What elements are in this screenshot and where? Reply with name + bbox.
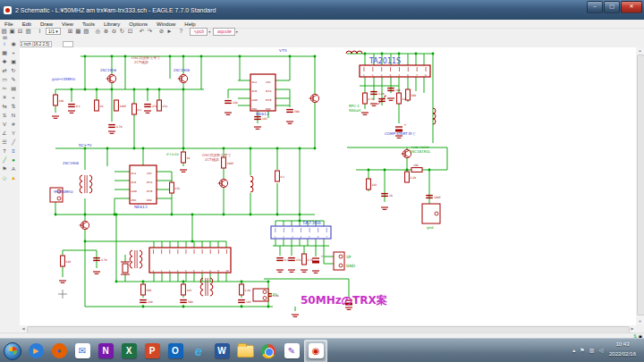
word-icon[interactable]: W: [211, 341, 233, 362]
menu-draw[interactable]: Draw: [36, 21, 57, 27]
pinswap-tool[interactable]: ⇆: [0, 102, 9, 111]
schematic-canvas[interactable]: 10K1K100P0.147u4.7K2205601032.2K10K1K100…: [20, 47, 636, 325]
redo-icon[interactable]: ↷: [146, 28, 154, 35]
menu-file[interactable]: File: [0, 21, 18, 27]
net-tool[interactable]: ╱: [0, 156, 9, 164]
smash-tool[interactable]: #: [9, 120, 18, 129]
move-tool[interactable]: ✚: [0, 57, 9, 66]
help-icon[interactable]: ?: [177, 28, 185, 35]
grid-icon[interactable]: ⊞: [66, 28, 74, 35]
pen-icon[interactable]: ✎: [281, 341, 302, 362]
media-player-icon[interactable]: ▶: [25, 341, 47, 362]
value-tool[interactable]: V: [0, 120, 9, 129]
eagle-icon[interactable]: ◉: [304, 340, 327, 362]
svg-text:10K: 10K: [413, 164, 419, 167]
menu-library[interactable]: Library: [99, 21, 124, 27]
scroll-left-arrow[interactable]: ◀: [20, 325, 27, 333]
svg-text:0.1: 0.1: [281, 175, 285, 179]
replace-tool[interactable]: ⇅: [9, 102, 18, 111]
rotate-tool[interactable]: ↻: [9, 66, 18, 75]
gateswap-tool[interactable]: S: [0, 111, 9, 120]
network-icon[interactable]: ▥: [589, 347, 595, 353]
tray-expand-icon[interactable]: ▴: [572, 347, 575, 353]
command-input[interactable]: [63, 41, 73, 47]
save-icon[interactable]: ▣: [8, 28, 16, 35]
menu-edit[interactable]: Edit: [18, 21, 36, 27]
dimension-tool[interactable]: ◇: [0, 173, 9, 182]
delete-tool[interactable]: ✕: [0, 93, 9, 102]
schematic-drawing[interactable]: 10K1K100P0.147u4.7K2205601032.2K10K1K100…: [20, 47, 636, 325]
show-tool[interactable]: ◉: [9, 39, 18, 48]
scroll-right-arrow[interactable]: ▶: [629, 325, 636, 333]
text-tool[interactable]: T: [0, 147, 9, 156]
display-layers-icon[interactable]: ▧: [82, 28, 90, 35]
vertical-scrollbar[interactable]: ▲ ▼: [636, 47, 644, 325]
maximize-button[interactable]: ▢: [604, 1, 620, 13]
action-center-flag-icon[interactable]: ⚑: [580, 347, 584, 353]
miter-tool[interactable]: ∠: [0, 129, 9, 138]
svg-text:OT-B: OT-B: [266, 98, 272, 102]
zoom-fit-icon[interactable]: ◎: [94, 28, 102, 35]
mail-icon[interactable]: ✉: [72, 341, 93, 362]
print-icon[interactable]: ⊟: [16, 28, 24, 35]
zoom-combo[interactable]: 1/1 ▾: [46, 28, 61, 35]
split-tool[interactable]: Y: [9, 129, 18, 138]
explorer-icon: [237, 345, 254, 358]
change-tool[interactable]: ✎: [9, 75, 18, 84]
display-tool[interactable]: ▦: [0, 48, 9, 57]
invoke-tool[interactable]: ☰: [0, 138, 9, 147]
onenote-icon[interactable]: N: [95, 341, 116, 362]
stop-icon[interactable]: ⊘: [157, 28, 165, 35]
wire-tool[interactable]: ╱: [9, 138, 18, 147]
minimize-button[interactable]: –: [587, 1, 603, 13]
scroll-down-arrow[interactable]: ▼: [636, 318, 644, 325]
zoom-select-icon[interactable]: ⊡: [126, 28, 134, 35]
menu-view[interactable]: View: [57, 21, 78, 27]
erc-warning[interactable]: ▲: [9, 173, 18, 182]
powerpoint-icon[interactable]: P: [141, 341, 163, 362]
mirror-tool[interactable]: ⇄: [0, 66, 9, 75]
mark-tool[interactable]: +: [9, 48, 18, 57]
svg-text:0.1: 0.1: [138, 108, 142, 112]
zoom-out-icon[interactable]: ⊖: [110, 28, 118, 35]
open-icon[interactable]: ▨: [0, 28, 8, 35]
attribute-tool[interactable]: A: [9, 164, 18, 173]
menu-window[interactable]: Window: [152, 21, 180, 27]
zoom-in-icon[interactable]: ⊕: [102, 28, 110, 35]
export-icon[interactable]: ▥: [24, 28, 32, 35]
dropdown[interactable]: ▾: [236, 29, 238, 34]
undo-icon[interactable]: ↶: [138, 28, 146, 35]
label-tool[interactable]: ⚑: [0, 164, 9, 173]
menu-help[interactable]: Help: [180, 21, 199, 27]
menu-options[interactable]: Options: [124, 21, 152, 27]
add-tool[interactable]: +: [9, 93, 18, 102]
start-button[interactable]: [2, 341, 23, 362]
info-tool[interactable]: i: [0, 39, 9, 48]
cut-tool[interactable]: ✂: [0, 84, 9, 93]
name-tool[interactable]: N: [9, 111, 18, 120]
vertical-scroll-thumb[interactable]: [637, 55, 644, 316]
horizontal-scrollbar[interactable]: ◀ ▶: [20, 325, 636, 333]
title-bar[interactable]: 2 Schematic - L:¥50MHZ am trx¥am-trx333.…: [0, 0, 644, 20]
explorer-icon[interactable]: [234, 341, 256, 362]
chrome-icon[interactable]: [258, 341, 279, 362]
excel-icon[interactable]: X: [118, 341, 140, 362]
go-icon[interactable]: ►: [165, 28, 174, 35]
outlook-icon[interactable]: O: [165, 341, 186, 362]
scroll-up-arrow[interactable]: ▲: [636, 47, 644, 55]
redraw-icon[interactable]: ↻: [118, 28, 126, 35]
junction-tool[interactable]: ●: [9, 156, 18, 164]
layer-settings-icon[interactable]: ▦: [74, 28, 82, 35]
paste-tool[interactable]: ▤: [9, 84, 18, 93]
bus-tool[interactable]: ≡: [9, 147, 18, 156]
close-button[interactable]: ✕: [621, 1, 642, 13]
dropdown[interactable]: ▾: [208, 29, 210, 34]
firefox-icon[interactable]: ●: [48, 341, 70, 362]
group-tool[interactable]: ▭: [0, 75, 9, 84]
menu-tools[interactable]: Tools: [78, 21, 99, 27]
copy-tool[interactable]: ▣: [9, 57, 18, 66]
taskbar-clock[interactable]: 10:43 2022/02/16: [603, 340, 642, 359]
ie-icon[interactable]: e: [188, 341, 209, 362]
info-icon[interactable]: i: [36, 28, 44, 35]
chrome-icon: [261, 344, 275, 358]
